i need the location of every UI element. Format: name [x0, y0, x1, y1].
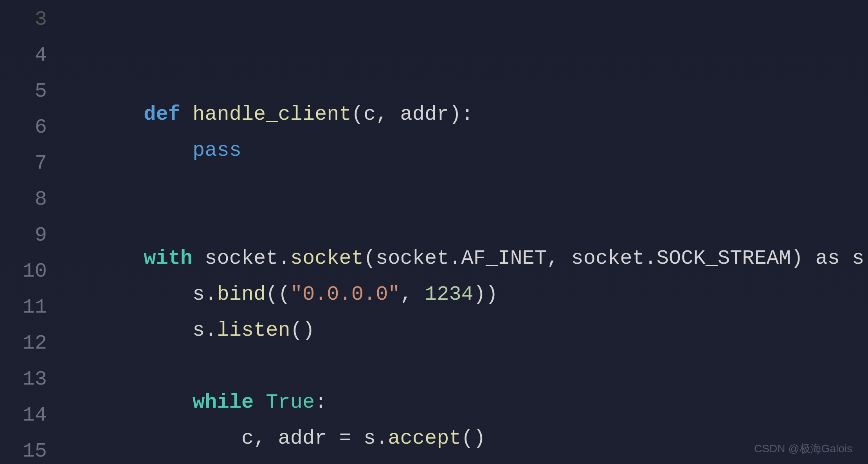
indent-c: c, addr = s. [144, 427, 388, 450]
code-line-9: 9 with socket.socket(socket.AF_INET, soc… [0, 224, 868, 260]
line-number-9: 9 [16, 224, 47, 247]
code-line-14: 14 c, addr = s.accept() [0, 404, 868, 440]
line-number-4: 4 [16, 44, 47, 67]
line-number-12: 12 [16, 332, 47, 355]
watermark: CSDN @极海Galois [754, 441, 852, 456]
line-number-15: 15 [16, 440, 47, 463]
keyword-pass: pass [193, 139, 241, 162]
line-number-8: 8 [16, 188, 47, 211]
code-line-partial: 3 [0, 8, 868, 44]
parens-listen: () [290, 319, 315, 342]
code-line-4: 4 [0, 44, 868, 80]
line-number-5: 5 [16, 80, 47, 103]
code-line-5: 5 def handle_client(c, addr): [0, 80, 868, 116]
number-1234: 1234 [425, 283, 474, 306]
line-content-14: c, addr = s.accept() [70, 404, 486, 464]
line-number-13: 13 [16, 368, 47, 391]
params: (c, addr): [351, 103, 474, 126]
method-accept: accept [388, 427, 461, 450]
line-content-11: s.listen() [70, 296, 315, 365]
comma: , [400, 283, 425, 306]
line-number-6: 6 [16, 116, 47, 139]
line-number-7: 7 [16, 152, 47, 175]
indent-s2: s. [144, 319, 217, 342]
line-number: 3 [16, 8, 47, 31]
method-listen: listen [217, 319, 290, 342]
line-content-6: pass [70, 116, 241, 185]
keyword-as: as [816, 247, 840, 270]
indent-space [144, 139, 193, 162]
code-line-8: 8 [0, 188, 868, 224]
code-editor: 3 4 5 def handle_client(c, addr): 6 pass… [0, 0, 868, 464]
line-number-10: 10 [16, 260, 47, 283]
line-number-11: 11 [16, 296, 47, 319]
line-number-14: 14 [16, 404, 47, 427]
var-s: s: [840, 247, 868, 270]
paren-close: )) [474, 283, 498, 306]
code-line-13: 13 while True: [0, 368, 868, 404]
parens-accept: () [461, 427, 486, 450]
